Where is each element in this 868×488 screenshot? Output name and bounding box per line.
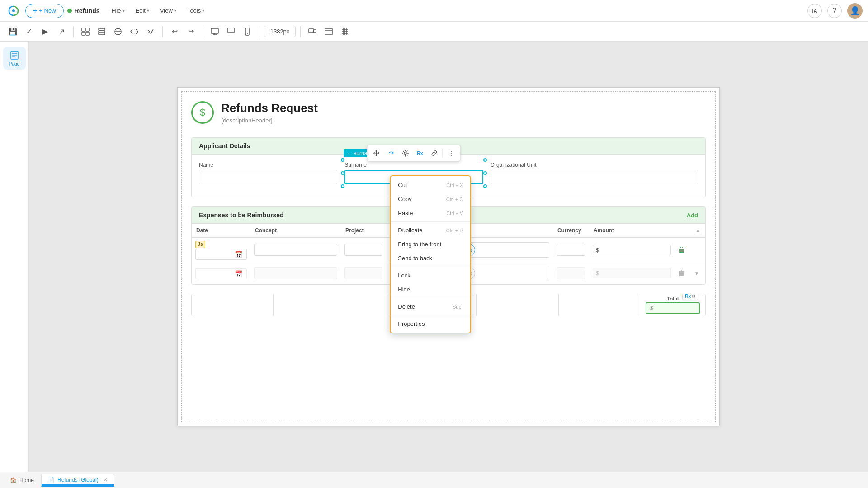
- ctx-bring-front[interactable]: Bring to the front: [391, 237, 470, 251]
- ctx-copy[interactable]: Copy Ctrl + C: [391, 192, 470, 206]
- svg-rect-6: [99, 31, 105, 33]
- svg-point-16: [231, 33, 231, 34]
- col-project: Project: [341, 224, 386, 238]
- settings-tool-btn[interactable]: [399, 147, 412, 160]
- topbar-right: IA ? 👤: [807, 3, 863, 19]
- svg-rect-12: [211, 28, 218, 33]
- handle-tl: [341, 158, 344, 162]
- sidebar-page-label: Page: [9, 61, 19, 66]
- redo-button[interactable]: ↪: [184, 24, 198, 39]
- link-tool-btn[interactable]: [428, 147, 441, 160]
- tools-menu[interactable]: Tools ▾: [183, 5, 209, 17]
- rx-tool-btn[interactable]: Rx: [414, 147, 426, 160]
- code-button[interactable]: [127, 24, 142, 39]
- separator-1: [73, 26, 74, 37]
- date-input-2[interactable]: [198, 271, 235, 277]
- col-amount: Amount: [589, 224, 675, 238]
- rx-badge: Rx ⊞: [682, 294, 698, 300]
- separator-3: [203, 26, 203, 37]
- play-button[interactable]: ▶: [38, 24, 52, 39]
- export-button[interactable]: ↗: [54, 24, 69, 39]
- concept-input-2[interactable]: [254, 267, 337, 279]
- amount-input-2[interactable]: [600, 270, 668, 277]
- ctx-hide[interactable]: Hide: [391, 282, 470, 296]
- tablet-button[interactable]: [224, 24, 238, 39]
- save-button[interactable]: 💾: [5, 24, 20, 39]
- total-input[interactable]: [655, 305, 706, 312]
- ctx-duplicate[interactable]: Duplicate Ctrl + D: [391, 223, 470, 237]
- grid-settings-button[interactable]: [338, 24, 352, 39]
- separator-4: [259, 26, 259, 37]
- separator-5: [300, 26, 301, 37]
- calendar-icon-2[interactable]: 📅: [235, 270, 242, 277]
- move-tool-btn[interactable]: [370, 147, 383, 160]
- project-input-1[interactable]: [344, 244, 382, 256]
- tab-refunds-global[interactable]: 📄 Refunds (Global) ✕: [41, 474, 114, 487]
- currency-input-1[interactable]: [557, 244, 585, 256]
- new-button[interactable]: + + New: [25, 4, 64, 18]
- project-input-2[interactable]: [344, 267, 382, 279]
- svg-rect-3: [82, 32, 85, 35]
- left-sidebar: Page: [0, 42, 29, 472]
- delete-cell-1: 🗑: [675, 238, 691, 263]
- ctx-send-back[interactable]: Send to back: [391, 251, 470, 265]
- name-input[interactable]: [199, 170, 337, 184]
- concept-input-1[interactable]: [254, 244, 337, 256]
- undo-button[interactable]: ↩: [167, 24, 182, 39]
- view-menu[interactable]: View ▾: [156, 5, 181, 17]
- amount-input-1[interactable]: [600, 247, 668, 253]
- date-input-1[interactable]: [198, 251, 235, 258]
- help-button[interactable]: ?: [827, 4, 842, 18]
- ctx-lock[interactable]: Lock: [391, 268, 470, 282]
- browser-button[interactable]: [321, 24, 336, 39]
- nav-button[interactable]: [111, 24, 125, 39]
- more-options-btn[interactable]: ⋮: [445, 147, 458, 160]
- ia-button[interactable]: IA: [807, 4, 822, 18]
- footer-total-col: Rx ⊞ Total $: [640, 294, 705, 316]
- tab-home[interactable]: 🏠 Home: [4, 474, 40, 486]
- bottom-tabs: 🏠 Home 📄 Refunds (Global) ✕: [0, 472, 868, 488]
- layers-button[interactable]: [94, 24, 109, 39]
- edit-menu[interactable]: Edit ▾: [131, 5, 154, 17]
- add-expense-button[interactable]: Add: [687, 212, 698, 219]
- components-button[interactable]: [78, 24, 93, 39]
- ctx-cut[interactable]: Cut Ctrl + X: [391, 178, 470, 192]
- desktop-button[interactable]: [208, 24, 222, 39]
- rotate-tool-btn[interactable]: [385, 147, 397, 160]
- delete-row-1-btn[interactable]: 🗑: [678, 246, 685, 253]
- tools-menu-arrow: ▾: [202, 8, 204, 13]
- canvas[interactable]: $ Refunds Request {descriptionHeader} Ap…: [29, 42, 868, 472]
- tab-name-label: Refunds: [75, 7, 100, 14]
- mobile-button[interactable]: [240, 24, 255, 39]
- angle-brackets-button[interactable]: [143, 24, 158, 39]
- handle-tr: [483, 158, 487, 162]
- view-menu-arrow: ▾: [174, 8, 176, 13]
- ctx-sep-4: [391, 315, 470, 315]
- refunds-tab-icon: 📄: [48, 477, 55, 483]
- ctx-delete[interactable]: Delete Supr: [391, 300, 470, 314]
- org-unit-input[interactable]: [491, 170, 698, 184]
- handle-br: [483, 184, 487, 188]
- amount-cell-2: $: [589, 263, 675, 284]
- close-tab-btn[interactable]: ✕: [103, 477, 108, 483]
- delete-cell-2: 🗑: [675, 263, 691, 284]
- ctx-properties[interactable]: Properties: [391, 317, 470, 331]
- calendar-icon-1[interactable]: 📅: [235, 251, 242, 258]
- sidebar-item-page[interactable]: Page: [3, 47, 26, 70]
- currency-cell-2: [553, 263, 589, 284]
- svg-point-33: [404, 152, 406, 155]
- px-value[interactable]: 1382px: [264, 26, 296, 37]
- check-button[interactable]: ✓: [22, 24, 36, 39]
- app-logo[interactable]: [5, 3, 22, 19]
- currency-input-2[interactable]: [557, 267, 585, 279]
- ctx-paste[interactable]: Paste Ctrl + V: [391, 206, 470, 220]
- col-concept: Concept: [250, 224, 341, 238]
- responsive-button[interactable]: [305, 24, 320, 39]
- file-menu[interactable]: File ▾: [107, 5, 129, 17]
- file-menu-arrow: ▾: [123, 8, 125, 13]
- user-avatar[interactable]: 👤: [847, 3, 863, 19]
- page-title: Refunds Request: [221, 101, 318, 115]
- delete-row-2-btn[interactable]: 🗑: [678, 269, 685, 277]
- project-cell-1: [341, 238, 386, 263]
- footer-col-1: [192, 294, 274, 316]
